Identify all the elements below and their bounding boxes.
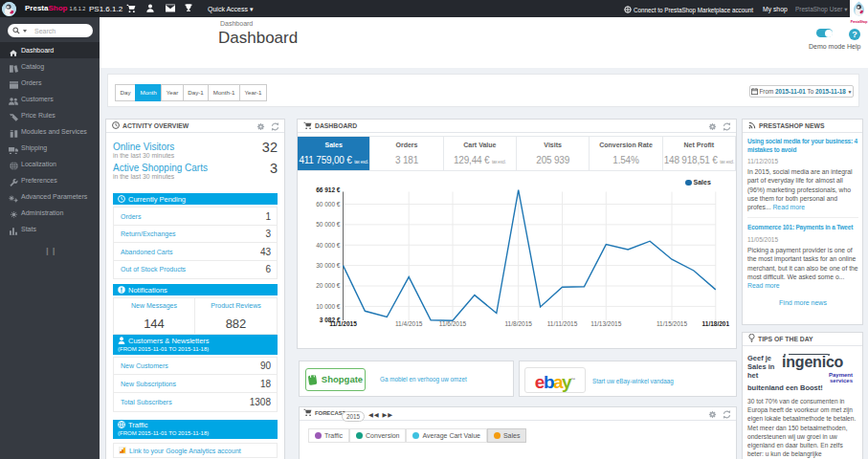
svg-text:50 000 €: 50 000 € xyxy=(316,221,341,228)
svg-text:40 000 €: 40 000 € xyxy=(316,242,341,249)
svg-text:20 000 €: 20 000 € xyxy=(316,282,341,289)
svg-text:11/18/201: 11/18/201 xyxy=(702,320,730,327)
svg-text:11/15/2015: 11/15/2015 xyxy=(657,320,687,327)
svg-text:11/11/2015: 11/11/2015 xyxy=(547,320,578,327)
svg-text:11/1/2015: 11/1/2015 xyxy=(329,320,357,327)
svg-text:11/13/2015: 11/13/2015 xyxy=(590,320,621,327)
svg-text:30 000 €: 30 000 € xyxy=(316,262,341,269)
svg-text:66 912 €: 66 912 € xyxy=(316,186,341,193)
svg-text:11/8/2015: 11/8/2015 xyxy=(504,320,532,327)
svg-text:11/4/2015: 11/4/2015 xyxy=(395,320,423,327)
svg-text:10 000 €: 10 000 € xyxy=(316,303,341,310)
svg-text:60 000 €: 60 000 € xyxy=(316,201,341,208)
